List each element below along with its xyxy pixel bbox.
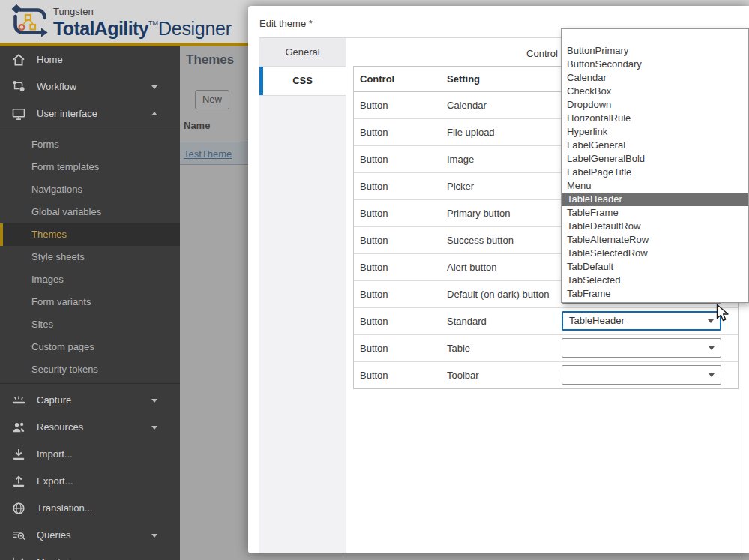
chevron-up-icon <box>151 112 157 115</box>
setting-dropdown[interactable] <box>562 365 721 385</box>
sidebar-divider <box>0 381 180 387</box>
sidebar-item-capture[interactable]: Capture <box>0 387 180 414</box>
dropdown-option[interactable]: Menu <box>562 179 748 193</box>
queries-icon <box>11 528 26 543</box>
sidebar-item-resources[interactable]: Resources <box>0 414 180 441</box>
dropdown-option[interactable]: TableHeader <box>562 193 748 206</box>
control-cell: Button <box>354 308 447 334</box>
table-row: ButtonTable <box>354 334 738 361</box>
dropdown-option[interactable]: TabSelected <box>562 274 748 287</box>
setting-cell: Calendar <box>447 92 562 118</box>
control-cell: Button <box>354 173 447 199</box>
control-cell: Button <box>354 362 447 388</box>
sidebar-nav: HomeWorkflowUser interfaceFormsForm temp… <box>0 46 180 560</box>
dropdown-option[interactable]: LabelPageTitle <box>562 166 748 179</box>
sidebar-item-label: Workflow <box>37 81 76 92</box>
sidebar-item-forms[interactable]: Forms <box>0 133 180 156</box>
sidebar-item-sites[interactable]: Sites <box>0 313 180 336</box>
control-cell: Button <box>354 335 447 361</box>
dropdown-popup: ButtonPrimaryButtonSecondaryCalendarChec… <box>561 28 749 303</box>
sidebar-item-translation[interactable]: Translation... <box>0 495 180 522</box>
dropdown-option[interactable]: TableDefaultRow <box>562 220 748 233</box>
sidebar-item-form-variants[interactable]: Form variants <box>0 291 180 313</box>
sidebar-item-label: Resources <box>37 421 83 433</box>
setting-cell: Picker <box>447 173 562 199</box>
dropdown-option[interactable]: TableFrame <box>562 206 748 220</box>
sidebar-item-label: Form templates <box>31 161 99 172</box>
capture-icon <box>11 393 26 408</box>
sidebar-item-queries[interactable]: Queries <box>0 522 180 549</box>
sidebar-item-style-sheets[interactable]: Style sheets <box>0 246 180 268</box>
brand-text: Tungsten TotalAgilityTMDesigner <box>53 7 232 38</box>
sidebar-item-label: Export... <box>37 475 73 487</box>
sidebar-item-label: Images <box>31 274 64 285</box>
sidebar-item-home[interactable]: Home <box>0 46 180 73</box>
dropdown-option[interactable]: ButtonSecondary <box>562 58 748 71</box>
sidebar-item-security-tokens[interactable]: Security tokens <box>0 358 180 381</box>
sidebar-item-label: Navigations <box>31 184 82 195</box>
dropdown-option[interactable]: LabelGeneral <box>562 139 748 152</box>
sidebar-item-form-templates[interactable]: Form templates <box>0 156 180 178</box>
resources-icon <box>11 420 26 435</box>
setting-dropdown-cell <box>562 335 738 361</box>
chevron-down-icon <box>151 534 157 538</box>
sidebar-item-navigations[interactable]: Navigations <box>0 178 180 201</box>
sidebar-item-label: Monitoring <box>37 556 82 560</box>
sidebar-item-themes[interactable]: Themes <box>0 223 180 246</box>
control-cell: Button <box>354 200 447 226</box>
dropdown-option[interactable] <box>562 31 748 44</box>
sidebar-item-label: Form variants <box>31 296 91 307</box>
sidebar-item-label: Themes <box>31 229 67 240</box>
tungsten-logo <box>10 4 50 40</box>
control-cell: Button <box>354 227 447 253</box>
sidebar-item-label: Custom pages <box>31 341 94 352</box>
dialog-tab-strip: General CSS <box>259 38 346 553</box>
setting-dropdown[interactable] <box>562 338 721 358</box>
dropdown-option[interactable]: TableSelectedRow <box>562 247 748 260</box>
dropdown-option[interactable]: TableAlternateRow <box>562 233 748 247</box>
tab-css[interactable]: CSS <box>259 67 346 96</box>
setting-cell: Image <box>447 146 562 172</box>
setting-cell: Success button <box>447 227 562 253</box>
dropdown-option[interactable]: TabFrame <box>562 287 748 301</box>
chevron-down-icon[interactable] <box>708 319 714 323</box>
dropdown-option[interactable]: LabelGeneralBold <box>562 152 748 166</box>
sidebar-item-label: Sites <box>31 319 53 330</box>
control-cell: Button <box>354 281 447 307</box>
dropdown-option[interactable]: Calendar <box>562 71 748 85</box>
chevron-down-icon[interactable] <box>709 373 715 377</box>
sidebar-item-export[interactable]: Export... <box>0 468 180 495</box>
sidebar-item-images[interactable]: Images <box>0 268 180 291</box>
column-header-control: Control <box>354 67 447 91</box>
dropdown-option[interactable]: HorizontalRule <box>562 112 748 125</box>
dropdown-option[interactable]: TabDefault <box>562 260 748 274</box>
sidebar-item-label: Security tokens <box>31 364 98 375</box>
dialog-title: Edit theme * <box>259 18 313 29</box>
setting-cell: Primary button <box>447 200 562 226</box>
sidebar-item-label: Home <box>37 54 63 65</box>
dropdown-option[interactable]: Hyperlink <box>562 125 748 139</box>
chevron-down-icon[interactable] <box>709 346 715 350</box>
setting-dropdown-cell <box>562 362 738 388</box>
sidebar-item-user-interface[interactable]: User interface <box>0 100 180 127</box>
dropdown-option[interactable]: ButtonPrimary <box>562 44 748 58</box>
sidebar-item-custom-pages[interactable]: Custom pages <box>0 336 180 358</box>
import-icon <box>11 447 26 462</box>
sidebar-item-label: User interface <box>37 108 97 119</box>
dropdown-option[interactable]: Dropdown <box>562 98 748 112</box>
control-cell: Button <box>354 92 447 118</box>
sidebar-item-label: Translation... <box>37 502 93 514</box>
setting-cell: Table <box>447 335 562 361</box>
sidebar-item-monitoring[interactable]: Monitoring <box>0 549 180 560</box>
setting-dropdown[interactable]: TableHeader <box>562 311 721 331</box>
sidebar-item-global-variables[interactable]: Global variables <box>0 201 180 223</box>
sidebar-divider <box>0 127 180 133</box>
dropdown-option[interactable]: CheckBox <box>562 85 748 98</box>
brand-tungsten: Tungsten <box>53 7 232 16</box>
sidebar-item-label: Style sheets <box>31 251 85 262</box>
tab-general[interactable]: General <box>259 38 346 67</box>
sidebar-item-workflow[interactable]: Workflow <box>0 73 180 100</box>
user-interface-icon <box>11 106 26 121</box>
control-filter-label: Control <box>353 48 558 59</box>
sidebar-item-import[interactable]: Import... <box>0 441 180 468</box>
